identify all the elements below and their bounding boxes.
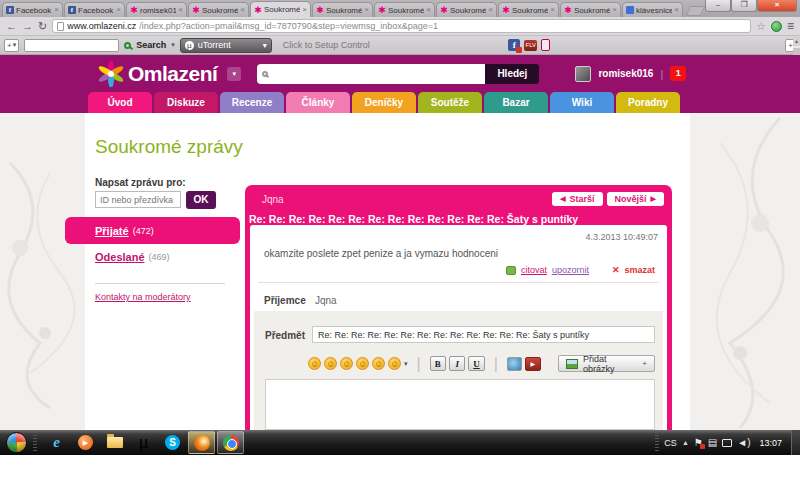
smiley-icon[interactable]: ☺ [388, 357, 401, 370]
browser-tab[interactable]: ✱romisek01× [126, 2, 187, 17]
smiley-icon[interactable]: ☺ [324, 357, 337, 370]
newer-button[interactable]: Novější ▶ [607, 192, 664, 206]
url-field[interactable]: www.omlazeni.cz/index.php?action=pmail&m… [52, 19, 751, 33]
show-desktop-button[interactable] [791, 430, 800, 455]
bold-button[interactable]: B [430, 356, 446, 371]
browser-tab[interactable]: fFacebook× [2, 2, 63, 17]
tab-close-icon[interactable]: × [550, 6, 555, 14]
clipboard-icon[interactable]: ▤ [708, 438, 717, 448]
browser-tab[interactable]: ✱Soukromé× [436, 2, 497, 17]
tab-close-icon[interactable]: × [54, 6, 59, 14]
italic-button[interactable]: I [449, 356, 465, 371]
nav-tab-bazar[interactable]: Bazar [484, 92, 548, 113]
language-indicator[interactable]: CS [664, 438, 677, 448]
taskbar-app-folder[interactable] [101, 431, 128, 454]
nav-tab-soutěže[interactable]: Soutěže [418, 92, 482, 113]
youtube-icon[interactable]: ▶ [525, 357, 540, 371]
tab-close-icon[interactable]: × [364, 6, 369, 14]
taskbar-app-media[interactable]: ▶ [72, 431, 99, 454]
browser-tab[interactable]: ✱Soukromé× [188, 2, 249, 17]
close-button[interactable]: × [757, 0, 797, 12]
browser-tab[interactable]: fFacebook× [64, 2, 125, 17]
sidebar-item-sent[interactable]: Odeslané (469) [95, 251, 170, 263]
notification-badge[interactable]: 1 [670, 66, 686, 81]
username[interactable]: romisek016 [598, 68, 653, 79]
bookmark-star-icon[interactable]: ☆ [756, 20, 766, 33]
clip-tool-icon[interactable] [541, 39, 550, 51]
smiley-icon[interactable]: ☺ [372, 357, 385, 370]
reload-icon[interactable]: ↻ [38, 21, 47, 32]
tab-close-icon[interactable]: × [674, 6, 679, 14]
taskbar-app-chrome[interactable] [217, 431, 244, 454]
scroll-up-icon[interactable]: ▲ [793, 36, 800, 46]
flv-downloader-icon[interactable]: FLV [524, 40, 537, 51]
volume-icon[interactable]: ◄) [737, 438, 750, 448]
message-textarea[interactable] [265, 379, 655, 430]
browser-tab[interactable]: ✱Soukromé× [498, 2, 559, 17]
minimize-button[interactable]: – [705, 0, 731, 12]
moderators-link[interactable]: Kontakty na moderátory [95, 292, 191, 302]
taskbar-app-ie[interactable]: e [43, 431, 70, 454]
avatar[interactable] [575, 66, 591, 82]
site-search-input[interactable] [257, 64, 485, 84]
taskbar-app-skype[interactable]: S [159, 431, 186, 454]
message-sender[interactable]: Jqna [262, 194, 284, 205]
taskbar-app-firefox[interactable] [188, 431, 215, 454]
tray-expand-icon[interactable]: ▲ [682, 439, 689, 446]
nav-tab-diskuze[interactable]: Diskuze [154, 92, 218, 113]
older-button[interactable]: ◀ Starší [552, 192, 602, 206]
toolbar-search-input[interactable] [24, 39, 119, 52]
tab-close-icon[interactable]: × [612, 6, 617, 14]
tab-close-icon[interactable]: × [240, 6, 245, 14]
back-icon[interactable]: ← [6, 21, 17, 32]
search-submit-button[interactable]: Hledej [485, 64, 539, 84]
tab-close-icon[interactable]: × [116, 6, 121, 14]
browser-tab[interactable]: ✱Soukromé× [560, 2, 621, 17]
tab-close-icon[interactable]: × [488, 6, 493, 14]
ok-button[interactable]: OK [186, 191, 216, 209]
taskbar-app-utorrent[interactable]: µ [130, 431, 157, 454]
setup-control-text[interactable]: Click to Setup Control [283, 40, 504, 50]
smiley-icon[interactable]: ☺ [340, 357, 353, 370]
toolbar-search-label[interactable]: Search [136, 40, 166, 50]
insert-link-icon[interactable] [507, 357, 522, 371]
nav-tab-deníčky[interactable]: Deníčky [352, 92, 416, 113]
chevron-down-icon[interactable]: ▾ [404, 360, 408, 368]
logo-dropdown[interactable]: ▾ [227, 67, 241, 81]
nav-tab-poradny[interactable]: Poradny [616, 92, 680, 113]
nav-tab-úvod[interactable]: Úvod [88, 92, 152, 113]
browser-tab[interactable]: ✱Soukromé× [312, 2, 373, 17]
utorrent-dropdown[interactable]: µ uTorrent ▾ [180, 38, 272, 53]
nav-tab-recenze[interactable]: Recenze [220, 92, 284, 113]
smiley-icon[interactable]: ☺ [356, 357, 369, 370]
clock[interactable]: 13:07 [759, 438, 782, 448]
browser-tab[interactable]: ✱Soukromé× [374, 2, 435, 17]
underline-button[interactable]: U [468, 356, 484, 371]
action-center-icon[interactable]: ⚑ [694, 438, 703, 448]
facebook-icon[interactable]: f [508, 39, 520, 51]
maximize-button[interactable]: ❐ [731, 0, 757, 12]
site-logo[interactable]: Omlazení ▾ [98, 61, 241, 87]
quote-link[interactable]: citovat [521, 265, 547, 275]
network-icon[interactable] [722, 439, 732, 447]
smiley-icon[interactable]: ☺ [308, 357, 321, 370]
sidebar-item-inbox[interactable]: Přijaté (472) [65, 217, 240, 244]
browser-menu-icon[interactable]: ≡ [787, 19, 794, 33]
new-tab-button[interactable] [686, 6, 706, 16]
subject-input[interactable]: Re: Re: Re: Re: Re: Re: Re: Re: Re: Re: … [312, 326, 655, 343]
forward-icon[interactable]: → [22, 21, 33, 32]
report-link[interactable]: upozornit [552, 265, 589, 275]
add-images-button[interactable]: Přidat obrázky + [558, 355, 655, 372]
browser-tab[interactable]: klávesnice× [622, 2, 683, 17]
toolbar-add-dropdown[interactable]: + ▾ [4, 39, 19, 52]
delete-link[interactable]: smazat [624, 265, 655, 275]
browser-tab[interactable]: ✱Soukromé× [250, 1, 311, 17]
extension-icon[interactable] [771, 21, 782, 32]
tab-close-icon[interactable]: × [302, 6, 307, 14]
tab-close-icon[interactable]: × [426, 6, 431, 14]
start-button[interactable] [6, 432, 27, 453]
recipient-input[interactable] [95, 191, 181, 208]
nav-tab-wiki[interactable]: Wiki [550, 92, 614, 113]
nav-tab-články[interactable]: Články [286, 92, 350, 113]
tab-close-icon[interactable]: × [178, 6, 183, 14]
